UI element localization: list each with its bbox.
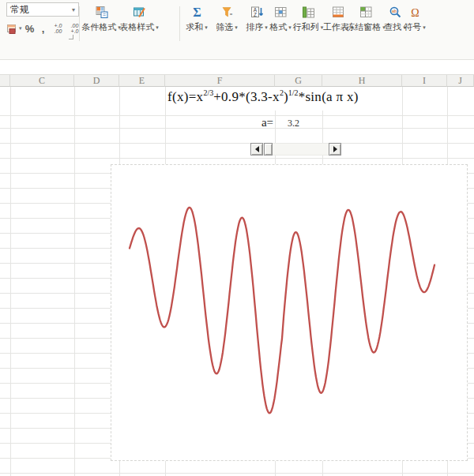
dialog-launcher-icon[interactable] [69, 35, 73, 39]
scrollbar-left-arrow[interactable] [250, 143, 263, 156]
toolbar-button-label: 行和列▾ [293, 21, 324, 33]
left-arrow-icon [252, 146, 259, 152]
chevron-down-icon: ▾ [72, 6, 75, 13]
cell-formula-text[interactable]: f(x)=x2/3+0.9*(3.3-x2)1/2*sin(a π x) [167, 87, 361, 111]
find-icon: ab [389, 2, 402, 19]
ribbon-toolbar: 常规 ▾ ▾ % , +.0.00 .00+.0 =条件格式▾表格样式▾Σ求和▾… [0, 0, 474, 60]
number-format-select[interactable]: 常规 ▾ [6, 2, 79, 17]
column-header-D[interactable]: D [74, 75, 119, 87]
toolbar-button-freeze-panes[interactable]: 冻结窗格▾ [348, 2, 384, 46]
column-header-J[interactable]: J [447, 75, 474, 87]
sort-az-icon: AZ [250, 2, 264, 19]
toolbar-button-label: 求和▾ [186, 21, 208, 33]
toolbar-button-label: 表格样式▾ [119, 21, 159, 33]
freeze-panes-icon [359, 2, 373, 19]
decrease-decimal-bottom: +.0 [71, 28, 79, 34]
chevron-down-icon: ▾ [19, 25, 22, 32]
chevron-down-icon: ▾ [156, 24, 159, 31]
column-headers: CDEFGHIJ [0, 75, 474, 87]
toolbar-button-label: 冻结窗格▾ [346, 21, 386, 33]
toolbar-button-filter-funnel[interactable]: =筛选▾ [214, 2, 239, 46]
increase-decimal-button[interactable]: +.0.00 [51, 21, 66, 36]
cell-style-icon [6, 23, 18, 35]
chevron-down-icon: ▾ [265, 24, 268, 31]
cell-a-label[interactable]: a= [165, 116, 273, 129]
toolbar-button-omega-symbol[interactable]: Ω符号▾ [401, 2, 428, 46]
toolbar-button-label: 筛选▾ [216, 21, 238, 33]
svg-text:Ω: Ω [411, 7, 419, 19]
toolbar-button-label: 条件格式▾ [81, 21, 121, 33]
rows-columns-icon [302, 2, 315, 19]
column-header-blank[interactable] [0, 75, 10, 87]
chevron-down-icon: ▾ [288, 24, 292, 31]
chevron-down-icon: ▾ [205, 24, 208, 31]
increase-decimal-top: +.0 [55, 23, 62, 28]
chevron-down-icon: ▾ [423, 24, 426, 31]
toolbar-button-cell-format[interactable]: 格式▾ [269, 2, 292, 46]
a-value-scrollbar[interactable] [250, 143, 341, 156]
toolbar-button-sigma-sum[interactable]: Σ求和▾ [184, 2, 209, 46]
scrollbar-right-arrow[interactable] [329, 143, 341, 156]
toolbar-separator [179, 6, 180, 41]
column-header-F[interactable]: F [165, 75, 275, 87]
conditional-format-icon: = [95, 2, 108, 19]
chevron-down-icon: ▾ [235, 24, 238, 31]
svg-text:=: = [229, 12, 232, 17]
table-style-icon [133, 2, 146, 19]
cell-style-button[interactable]: ▾ [6, 21, 22, 36]
column-header-I[interactable]: I [402, 75, 447, 87]
toolbar-separator [79, 6, 80, 41]
worksheet-icon [332, 2, 345, 19]
comma-style-button[interactable]: , [38, 21, 49, 36]
svg-text:Σ: Σ [193, 6, 201, 19]
percent-style-button[interactable]: % [24, 21, 36, 36]
column-header-H[interactable]: H [322, 75, 402, 87]
toolbar-button-rows-columns[interactable]: 行和列▾ [292, 2, 324, 46]
toolbar-button-sort-az[interactable]: AZ排序▾ [244, 2, 269, 46]
column-header-G[interactable]: G [275, 75, 322, 87]
increase-decimal-bottom: .00 [55, 28, 62, 34]
scrollbar-thumb[interactable] [264, 143, 273, 156]
toolbar-button-conditional-format[interactable]: =条件格式▾ [81, 2, 121, 46]
number-format-tools: ▾ % , +.0.00 .00+.0 [6, 21, 85, 36]
cell-a-value[interactable]: 3.2 [288, 118, 299, 129]
decrease-decimal-top: .00 [71, 23, 79, 28]
omega-symbol-icon: Ω [408, 2, 422, 19]
column-header-C[interactable]: C [10, 75, 74, 87]
sigma-sum-icon: Σ [190, 2, 204, 19]
toolbar-button-table-style[interactable]: 表格样式▾ [119, 2, 159, 46]
cell-format-icon [274, 2, 288, 19]
toolbar-button-label: 格式▾ [269, 21, 292, 33]
formula-bar[interactable] [0, 60, 474, 75]
function-curve [130, 208, 434, 413]
right-arrow-icon [333, 146, 340, 152]
spreadsheet-grid[interactable]: CDEFGHIJ f(x)=x2/3+0.9*(3.3-x2)1/2*sin(a… [0, 75, 474, 476]
number-format-value: 常规 [10, 3, 72, 17]
filter-funnel-icon: = [220, 2, 234, 19]
function-chart[interactable] [111, 164, 468, 461]
column-header-E[interactable]: E [119, 75, 165, 87]
function-curve-svg [111, 165, 467, 460]
svg-text:ab: ab [391, 9, 396, 13]
svg-text:=: = [102, 12, 105, 17]
svg-text:Z: Z [254, 12, 257, 17]
toolbar-button-label: 符号▾ [404, 21, 426, 33]
toolbar-button-label: 排序▾ [246, 21, 268, 33]
